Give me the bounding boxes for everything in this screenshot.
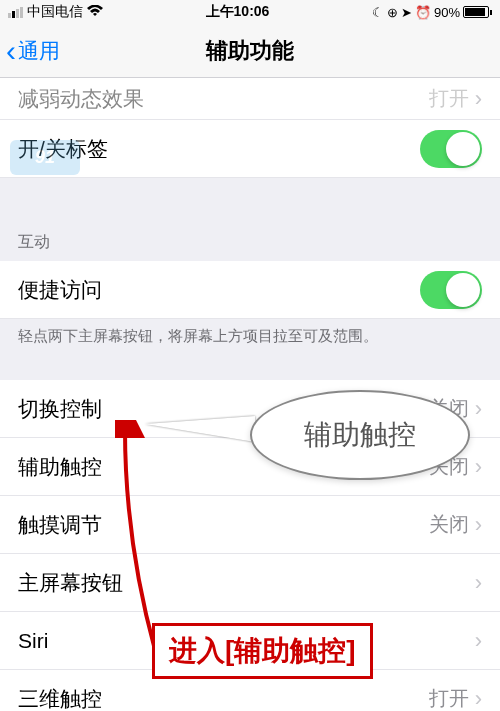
cell-label: 三维触控 bbox=[18, 685, 429, 712]
status-time: 上午10:06 bbox=[206, 3, 270, 21]
chevron-right-icon: › bbox=[475, 454, 482, 480]
location-icon: ➤ bbox=[401, 5, 412, 20]
cell-label: 减弱动态效果 bbox=[18, 85, 429, 113]
section-footer: 轻点两下主屏幕按钮，将屏幕上方项目拉至可及范围。 bbox=[0, 319, 500, 360]
lock-rotation-icon: ⊕ bbox=[387, 5, 398, 20]
cell-value: 打开 bbox=[429, 85, 469, 112]
chevron-right-icon: › bbox=[475, 512, 482, 538]
chevron-left-icon: ‹ bbox=[6, 36, 16, 66]
toggle-switch[interactable] bbox=[420, 130, 482, 168]
battery-pct: 90% bbox=[434, 5, 460, 20]
back-button[interactable]: ‹ 通用 bbox=[0, 36, 60, 66]
row-home-button[interactable]: 主屏幕按钮 › bbox=[0, 554, 500, 612]
toggle-switch[interactable] bbox=[420, 271, 482, 309]
chevron-right-icon: › bbox=[475, 628, 482, 654]
chevron-right-icon: › bbox=[475, 570, 482, 596]
chevron-right-icon: › bbox=[475, 86, 482, 112]
row-touch-accommodations[interactable]: 触摸调节 关闭 › bbox=[0, 496, 500, 554]
callout-tail bbox=[145, 416, 255, 442]
carrier-label: 中国电信 bbox=[27, 3, 83, 21]
status-left: 中国电信 bbox=[8, 3, 103, 21]
cell-value: 打开 bbox=[429, 685, 469, 711]
callout-bubble: 辅助触控 bbox=[250, 390, 470, 480]
alarm-icon: ⏰ bbox=[415, 5, 431, 20]
row-reachability[interactable]: 便捷访问 bbox=[0, 261, 500, 319]
battery-icon bbox=[463, 6, 492, 18]
status-right: ☾ ⊕ ➤ ⏰ 90% bbox=[372, 5, 492, 20]
page-title: 辅助功能 bbox=[0, 36, 500, 66]
row-reduce-motion[interactable]: 减弱动态效果 打开 › bbox=[0, 78, 500, 120]
cell-value: 关闭 bbox=[429, 511, 469, 538]
instruction-annotation: 进入[辅助触控] bbox=[152, 623, 373, 679]
cell-label: 触摸调节 bbox=[18, 511, 429, 539]
wifi-icon bbox=[87, 4, 103, 20]
nav-bar: ‹ 通用 辅助功能 bbox=[0, 24, 500, 78]
section-header-interaction: 互动 bbox=[0, 214, 500, 261]
chevron-right-icon: › bbox=[475, 396, 482, 422]
back-label: 通用 bbox=[18, 37, 60, 65]
watermark: 91 bbox=[10, 140, 80, 175]
cell-label: 便捷访问 bbox=[18, 276, 420, 304]
status-bar: 中国电信 上午10:06 ☾ ⊕ ➤ ⏰ 90% bbox=[0, 0, 500, 24]
moon-icon: ☾ bbox=[372, 5, 384, 20]
signal-icon bbox=[8, 7, 23, 18]
chevron-right-icon: › bbox=[475, 686, 482, 712]
cell-label: 主屏幕按钮 bbox=[18, 569, 475, 597]
